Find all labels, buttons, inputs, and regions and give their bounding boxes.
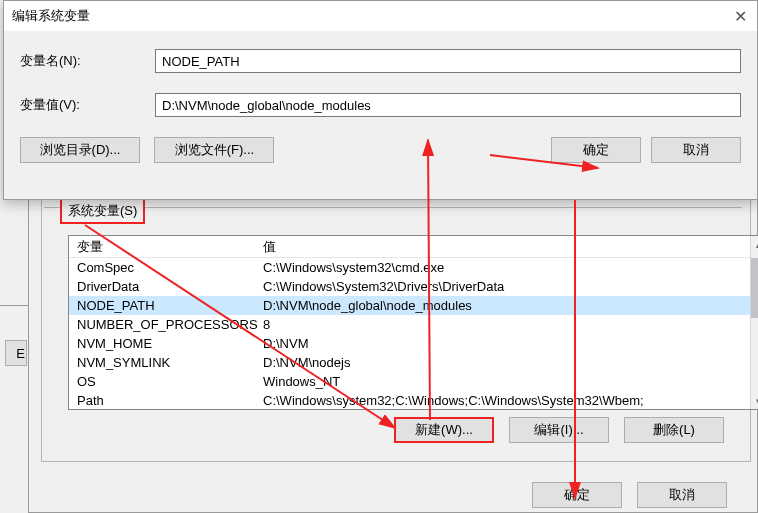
table-row[interactable]: NVM_HOMED:\NVM (69, 334, 758, 353)
variable-name-label: 变量名(N): (20, 52, 155, 70)
environment-variables-window: 系统变量(S) 变量 值 ComSpecC:\Windows\system32\… (28, 188, 758, 513)
variable-value-input[interactable] (155, 93, 741, 117)
variable-name-input[interactable] (155, 49, 741, 73)
edit-button[interactable]: 编辑(I)... (509, 417, 609, 443)
variable-value-label: 变量值(V): (20, 96, 155, 114)
close-icon[interactable]: ✕ (734, 7, 747, 26)
ok-button[interactable]: 确定 (551, 137, 641, 163)
partial-button: E (5, 340, 27, 366)
edit-system-variable-dialog: 编辑系统变量 ✕ 变量名(N): 变量值(V): 浏览目录(D)... 浏览文件… (3, 0, 758, 200)
delete-button[interactable]: 删除(L) (624, 417, 724, 443)
table-row[interactable]: NUMBER_OF_PROCESSORS8 (69, 315, 758, 334)
scroll-up-icon[interactable]: ▴ (751, 236, 758, 253)
new-button[interactable]: 新建(W)... (394, 417, 494, 443)
system-variables-table[interactable]: 变量 值 ComSpecC:\Windows\system32\cmd.exe … (68, 235, 758, 410)
dialog-title: 编辑系统变量 (12, 7, 90, 25)
table-row[interactable]: NODE_PATHD:\NVM\node_global\node_modules (69, 296, 758, 315)
cancel-button[interactable]: 取消 (651, 137, 741, 163)
table-row[interactable]: OSWindows_NT (69, 372, 758, 391)
system-variables-group-label: 系统变量(S) (60, 198, 145, 224)
table-row[interactable]: PathC:\Windows\system32;C:\Windows;C:\Wi… (69, 391, 758, 410)
table-row[interactable]: ComSpecC:\Windows\system32\cmd.exe (69, 258, 758, 277)
scroll-down-icon[interactable]: ▾ (751, 392, 758, 409)
scroll-thumb[interactable] (751, 258, 758, 318)
column-header-variable[interactable]: 变量 (69, 236, 259, 257)
column-header-value[interactable]: 值 (259, 236, 758, 257)
table-row[interactable]: NVM_SYMLINKD:\NVM\nodejs (69, 353, 758, 372)
vertical-scrollbar[interactable]: ▴ ▾ (750, 236, 758, 409)
cancel-button-lower[interactable]: 取消 (637, 482, 727, 508)
table-row[interactable]: DriverDataC:\Windows\System32\Drivers\Dr… (69, 277, 758, 296)
browse-directory-button[interactable]: 浏览目录(D)... (20, 137, 140, 163)
dialog-titlebar: 编辑系统变量 ✕ (4, 1, 757, 31)
browse-file-button[interactable]: 浏览文件(F)... (154, 137, 274, 163)
ok-button-lower[interactable]: 确定 (532, 482, 622, 508)
